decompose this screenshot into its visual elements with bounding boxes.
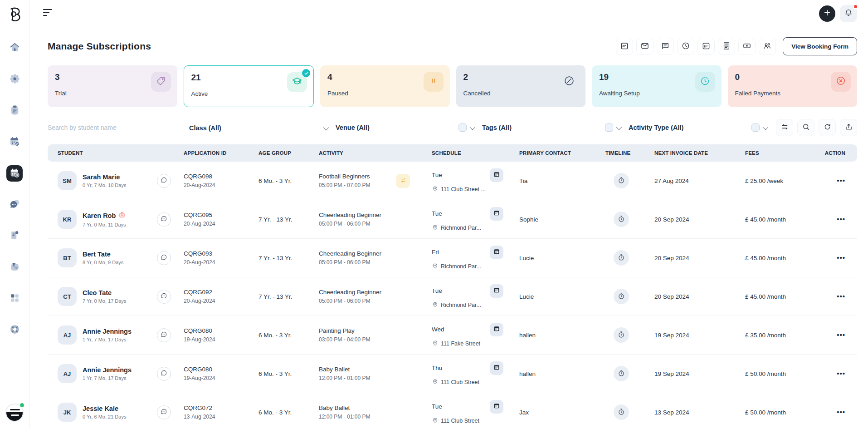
- table-row[interactable]: CT Cleo Tate 7 Yr, 0 Mo, 17 Days CQRG092…: [48, 277, 857, 316]
- sidebar-item-apps[interactable]: [6, 291, 23, 307]
- row-actions-button[interactable]: •••: [837, 254, 845, 261]
- table-row[interactable]: KR Karen Rob 7 Yr, 0 Mo, 11 Days CQRG095: [48, 200, 857, 239]
- next-invoice-date: 20 Sep 2024: [654, 255, 689, 261]
- comments-button[interactable]: [657, 38, 674, 55]
- refresh-button[interactable]: [819, 119, 836, 136]
- stopwatch-icon: [617, 408, 625, 417]
- activity-type-select-all-checkbox[interactable]: [751, 123, 760, 132]
- table-row[interactable]: BT Bert Tate 8 Yr, 0 Mo, 9 Days CQRG093 …: [48, 239, 857, 277]
- chat-button[interactable]: [157, 174, 171, 188]
- chat-button[interactable]: [157, 212, 171, 227]
- schedule-calendar-button[interactable]: [490, 168, 503, 182]
- clock-icon: [681, 41, 690, 52]
- venue-filter-dropdown[interactable]: Venue (All): [336, 123, 474, 136]
- schedule-calendar-button[interactable]: [490, 284, 503, 298]
- hamburger-menu-icon[interactable]: [43, 9, 55, 18]
- card-failed-payments[interactable]: 0 Failed Payments: [728, 65, 858, 107]
- row-actions-button[interactable]: •••: [837, 408, 845, 416]
- row-actions-button[interactable]: •••: [837, 177, 845, 184]
- sidebar-item-bookings[interactable]: [6, 134, 23, 150]
- schedule-calendar-button[interactable]: [490, 361, 503, 375]
- location-pin-icon: [432, 224, 439, 232]
- row-actions-button[interactable]: •••: [837, 215, 845, 223]
- chat-button[interactable]: [157, 405, 171, 419]
- timeline-button[interactable]: [614, 289, 629, 304]
- table-row[interactable]: AJ Annie Jennings 1 Yr, 7 Mo, 17 Days CQ…: [48, 355, 857, 393]
- row-actions-button[interactable]: •••: [837, 370, 845, 377]
- timeline-button[interactable]: [614, 366, 629, 381]
- table-row[interactable]: AJ Annie Jennings 1 Yr, 7 Mo, 17 Days CQ…: [48, 316, 857, 355]
- register-button[interactable]: [718, 38, 735, 55]
- col-age-group: AGE GROUP: [256, 150, 315, 156]
- activity-time: 12:00 PM - 01:00 PM: [319, 414, 370, 420]
- sidebar-item-subscriptions[interactable]: [6, 165, 23, 182]
- search-input[interactable]: [48, 121, 166, 136]
- card-paused[interactable]: 4 Paused: [320, 65, 450, 107]
- view-booking-form-button[interactable]: View Booking Form: [783, 37, 857, 55]
- user-avatar[interactable]: [5, 404, 24, 422]
- activity-time: 05:00 PM - 06:00 PM: [319, 259, 381, 266]
- sidebar-item-invoices[interactable]: [6, 228, 23, 244]
- timeline-button[interactable]: [614, 212, 629, 227]
- card-cancelled[interactable]: 2 Cancelled: [456, 65, 586, 107]
- table-row[interactable]: JK Jessie Kale 0 Yr, 6 Mo, 21 Days CQRG0…: [48, 393, 857, 429]
- timeline-button[interactable]: [614, 250, 629, 266]
- sidebar-item-home[interactable]: [6, 40, 23, 56]
- export-button[interactable]: [840, 119, 857, 136]
- chat-button[interactable]: [157, 290, 171, 304]
- age-group: 7 Yr. - 13 Yr.: [258, 216, 293, 223]
- schedule-calendar-button[interactable]: [490, 246, 503, 259]
- online-status-dot: [19, 402, 25, 408]
- student-avatar: JK: [58, 403, 77, 422]
- attendees-button[interactable]: [759, 38, 776, 55]
- tag-icon: [156, 76, 166, 88]
- email-button[interactable]: [636, 38, 653, 55]
- chat-button[interactable]: [157, 328, 171, 342]
- sidebar-item-reports[interactable]: [6, 259, 23, 276]
- money-icon: [742, 41, 751, 52]
- calendar-schedule-button[interactable]: [616, 38, 633, 55]
- graduation-cap-icon: [292, 76, 302, 89]
- swap-view-button[interactable]: [776, 119, 793, 136]
- history-button[interactable]: [677, 38, 694, 55]
- brand-logo-icon[interactable]: [7, 6, 22, 22]
- sidebar-item-support[interactable]: [6, 322, 23, 338]
- row-actions-button[interactable]: •••: [837, 331, 845, 339]
- chat-bubble-icon: [160, 369, 168, 378]
- sidebar-item-messages[interactable]: [6, 197, 23, 213]
- venue-select-all-checkbox[interactable]: [458, 123, 467, 132]
- tags-select-all-checkbox[interactable]: [605, 123, 613, 132]
- card-awaiting-setup[interactable]: 19 Awaiting Setup: [592, 65, 722, 107]
- stopwatch-icon: [617, 176, 625, 186]
- application-date: 13-Aug-2024: [184, 414, 256, 420]
- schedule-calendar-button[interactable]: [490, 323, 503, 336]
- timeline-button[interactable]: [614, 173, 629, 188]
- transfer-pending-badge[interactable]: [396, 174, 410, 188]
- notifications-button[interactable]: [840, 5, 857, 22]
- selected-check-icon: [302, 69, 310, 77]
- search-button[interactable]: [797, 119, 814, 136]
- sidebar-item-settings[interactable]: [6, 71, 23, 88]
- next-invoice-date: 19 Sep 2024: [654, 332, 689, 339]
- chat-bubble-icon: [160, 408, 168, 417]
- card-trial[interactable]: 3 Trial: [48, 65, 177, 107]
- schedule-calendar-button[interactable]: [490, 400, 503, 414]
- payments-button[interactable]: [738, 38, 756, 55]
- venue-filter-label: Venue (All): [336, 124, 370, 131]
- sidebar-item-forms[interactable]: [6, 103, 23, 119]
- timeline-button[interactable]: [614, 404, 629, 420]
- tags-filter-dropdown[interactable]: Tags (All): [482, 123, 620, 136]
- row-actions-button[interactable]: •••: [837, 292, 845, 300]
- add-button[interactable]: [819, 5, 835, 22]
- table-row[interactable]: SM Sarah Marie 0 Yr, 7 Mo, 10 Days CQRG0…: [48, 162, 857, 200]
- calendar-grid-button[interactable]: [697, 38, 715, 55]
- timeline-button[interactable]: [614, 327, 629, 343]
- class-filter-dropdown[interactable]: Class (All): [189, 124, 327, 136]
- chat-button[interactable]: [157, 367, 171, 381]
- chat-button[interactable]: [157, 251, 171, 265]
- card-active[interactable]: 21 Active: [184, 65, 314, 107]
- activity-type-filter-dropdown[interactable]: Activity Type (All): [629, 123, 767, 136]
- schedule-venue: Richmond Par...: [441, 225, 481, 231]
- schedule-calendar-button[interactable]: [490, 207, 503, 221]
- app-root: Manage Subscriptions View Booking Form 3: [0, 0, 868, 429]
